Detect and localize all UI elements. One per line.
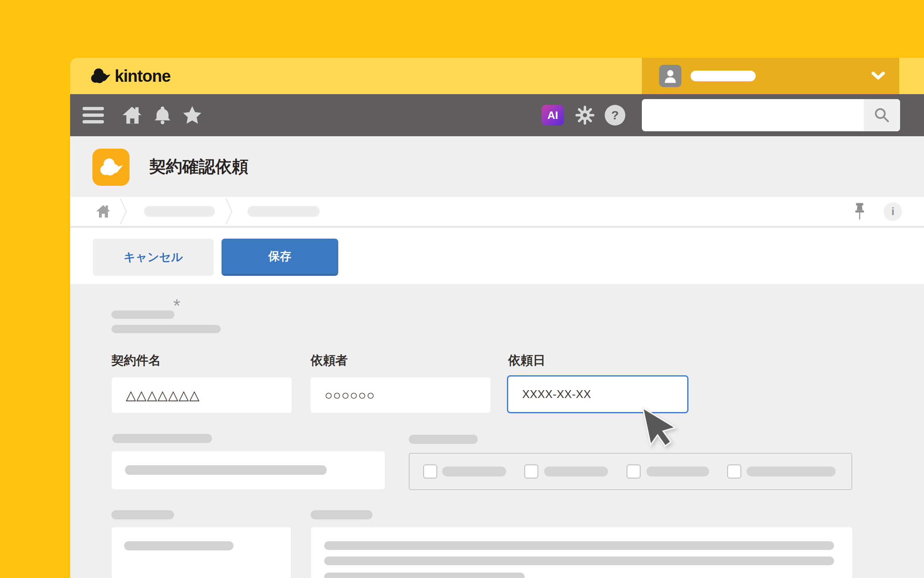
text-line-placeholder bbox=[324, 573, 525, 578]
field-label-placeholder bbox=[311, 510, 372, 519]
checkbox-group bbox=[409, 453, 852, 490]
text-line-placeholder bbox=[324, 557, 834, 565]
required-marker: * bbox=[173, 296, 180, 316]
kintone-logo[interactable]: kintone bbox=[90, 58, 170, 94]
avatar bbox=[659, 65, 681, 87]
user-icon bbox=[662, 68, 679, 84]
breadcrumb: i bbox=[70, 197, 924, 226]
checkbox[interactable] bbox=[423, 464, 437, 479]
notification-bell-icon[interactable] bbox=[153, 105, 172, 126]
field-label-request-date: 依頼日 bbox=[508, 352, 545, 369]
breadcrumb-item-placeholder[interactable] bbox=[144, 206, 215, 217]
checkbox-label-placeholder bbox=[544, 467, 608, 476]
username-placeholder bbox=[691, 71, 756, 81]
textarea-placeholder[interactable] bbox=[311, 527, 852, 578]
text-line-placeholder bbox=[324, 541, 834, 550]
value-placeholder bbox=[124, 541, 233, 550]
kintone-cloud-logo-icon bbox=[90, 68, 111, 84]
value-placeholder bbox=[125, 465, 327, 475]
breadcrumb-chevron-icon bbox=[120, 198, 127, 225]
pin-icon[interactable] bbox=[853, 201, 866, 222]
checkbox[interactable] bbox=[627, 464, 641, 479]
text-input-placeholder[interactable] bbox=[112, 451, 385, 489]
page-title: 契約確認依頼 bbox=[149, 136, 248, 197]
cancel-button[interactable]: キャンセル bbox=[93, 239, 214, 276]
cloud-icon bbox=[99, 158, 123, 177]
home-icon[interactable] bbox=[120, 105, 144, 126]
checkbox-label-placeholder bbox=[442, 467, 506, 476]
form-content: * 契約件名 依頼者 依頼日 △△△△△△△ ○○○○○○ XXXX-XX-XX bbox=[70, 284, 924, 578]
field-label-placeholder bbox=[111, 510, 174, 519]
help-icon[interactable]: ? bbox=[605, 105, 625, 126]
search-input[interactable] bbox=[642, 99, 864, 131]
info-icon-label: i bbox=[891, 205, 894, 218]
info-icon[interactable]: i bbox=[884, 202, 902, 221]
chevron-down-icon[interactable] bbox=[871, 71, 885, 81]
ai-badge[interactable]: AI bbox=[542, 105, 564, 126]
contract-title-input[interactable]: △△△△△△△ bbox=[112, 377, 292, 413]
top-bar: kintone bbox=[70, 58, 924, 94]
field-label-placeholder bbox=[112, 434, 212, 443]
app-icon[interactable] bbox=[92, 149, 130, 186]
app-header: 契約確認依頼 bbox=[70, 136, 924, 197]
required-field-label-placeholder bbox=[111, 310, 174, 319]
ai-badge-label: AI bbox=[547, 109, 558, 122]
settings-gear-icon[interactable] bbox=[575, 105, 595, 125]
checkbox-label-placeholder bbox=[646, 467, 709, 476]
checkbox[interactable] bbox=[727, 464, 741, 479]
save-button[interactable]: 保存 bbox=[222, 239, 338, 276]
breadcrumb-item-placeholder[interactable] bbox=[248, 206, 320, 217]
text-input-placeholder[interactable] bbox=[112, 527, 291, 578]
breadcrumb-chevron-icon bbox=[225, 198, 233, 225]
help-icon-label: ? bbox=[611, 108, 619, 122]
account-menu[interactable] bbox=[642, 58, 899, 94]
mouse-cursor-icon bbox=[634, 401, 685, 454]
action-bar: キャンセル 保存 bbox=[70, 228, 924, 284]
field-label-requester: 依頼者 bbox=[311, 352, 348, 369]
main-toolbar: AI ? bbox=[70, 94, 924, 136]
kintone-window: kintone bbox=[70, 58, 924, 578]
hamburger-menu-icon[interactable] bbox=[82, 107, 104, 123]
favorite-star-icon[interactable] bbox=[182, 105, 203, 125]
field-label-contract-title: 契約件名 bbox=[111, 352, 161, 369]
required-field-value-placeholder bbox=[111, 325, 221, 333]
logo-text: kintone bbox=[115, 67, 170, 85]
search-button[interactable] bbox=[864, 99, 900, 131]
search-box bbox=[642, 99, 900, 131]
requester-input[interactable]: ○○○○○○ bbox=[311, 377, 490, 413]
checkbox[interactable] bbox=[524, 464, 538, 479]
checkbox-label-placeholder bbox=[747, 467, 836, 476]
field-label-placeholder bbox=[409, 435, 478, 444]
breadcrumb-home-icon[interactable] bbox=[95, 204, 111, 219]
desktop-background: kintone bbox=[0, 0, 924, 578]
search-icon bbox=[873, 106, 891, 124]
